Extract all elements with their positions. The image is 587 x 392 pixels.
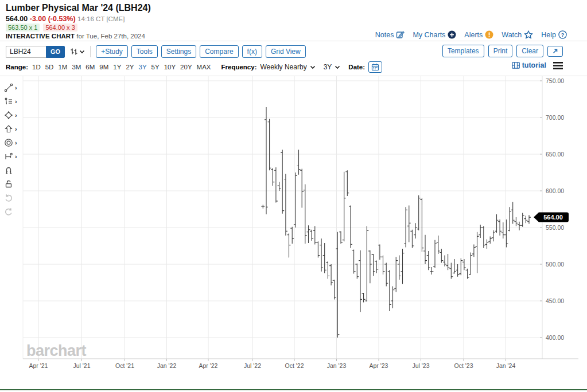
tutorial-link[interactable]: tutorial (512, 61, 546, 69)
bid-ask: 563.50 x 1 564.00 x 3 (6, 23, 77, 32)
ohlc-bars (261, 107, 531, 338)
bid-badge: 563.50 x 1 (6, 23, 40, 32)
arrow-up-icon (4, 124, 13, 134)
chart-type-dropdown[interactable] (69, 47, 85, 56)
ohlc-bar-type-icon (69, 47, 78, 56)
chevron-right-icon: › (15, 152, 17, 161)
notes-link[interactable]: Notes (375, 30, 405, 39)
price-change: -3.00 (-0.53%) (30, 15, 76, 23)
range-1y[interactable]: 1Y (113, 64, 121, 70)
svg-text:400.00: 400.00 (546, 334, 564, 341)
range-6m[interactable]: 6M (85, 64, 95, 70)
range-20y[interactable]: 20Y (180, 64, 192, 70)
undo-tool[interactable] (4, 193, 17, 202)
add-study-button[interactable]: +Study (96, 45, 128, 58)
polygon-shape-icon (4, 111, 13, 120)
chart-date: for Tue, Feb 27th, 2024 (76, 33, 145, 40)
help-question-icon: ? (558, 30, 567, 39)
alerts-link[interactable]: Alerts (464, 30, 493, 39)
tools-button[interactable]: Tools (131, 45, 158, 58)
redo-tool[interactable] (4, 207, 17, 216)
chevron-down-icon (79, 50, 85, 54)
frequency-dropdown[interactable]: Weekly Nearby (261, 63, 316, 71)
watch-link[interactable]: Watch (502, 30, 533, 39)
barchart-watermark: barchart (26, 342, 87, 359)
alerts-warning-icon (485, 30, 493, 39)
annotations-tool[interactable]: › (4, 97, 17, 106)
range-bar: Range: 1D 5D 1M 3M 6M 9M 1Y 2Y 3Y 5Y 10Y… (6, 61, 382, 73)
range-3y-active[interactable]: 3Y (138, 64, 146, 70)
svg-text:Apr '21: Apr '21 (29, 362, 48, 369)
quote-timestamp: 14:16 CT [CME] (77, 15, 125, 22)
expand-chart-button[interactable] (547, 46, 563, 57)
svg-text:Jan '22: Jan '22 (157, 362, 177, 369)
quote-line: 564.00 -3.00 (-0.53%) 14:16 CT [CME] (6, 15, 125, 23)
header-links: Notes My Charts Alerts Watch Help ? (375, 30, 567, 39)
redo-icon (4, 207, 13, 216)
toolbar-separator (90, 46, 91, 57)
date-picker-button[interactable] (368, 61, 382, 73)
svg-text:550.00: 550.00 (546, 224, 564, 231)
range-5y[interactable]: 5Y (151, 64, 160, 70)
header-divider (0, 41, 587, 41)
range-10y[interactable]: 10Y (164, 64, 176, 70)
watch-star-icon (524, 30, 533, 39)
price-chart: barchart750.00700.00650.00600.00550.0050… (0, 76, 587, 370)
last-price: 564.00 (6, 15, 28, 23)
clear-button[interactable]: Clear (516, 45, 543, 57)
svg-text:600.00: 600.00 (546, 187, 564, 194)
page-title: Lumber Physical Mar '24 (LBH24) (6, 3, 151, 13)
range-1d[interactable]: 1D (32, 64, 41, 70)
svg-text:Jul '21: Jul '21 (73, 362, 90, 369)
chevron-right-icon: › (15, 111, 17, 120)
grid-view-button[interactable]: Grid View (266, 45, 306, 58)
lock-drawings-tool[interactable] (4, 179, 17, 189)
y-axis-labels: 750.00700.00650.00600.00550.00500.00450.… (540, 77, 564, 341)
trendline-tool[interactable]: › (4, 83, 17, 92)
last-price-tag: 564.00 (534, 213, 569, 222)
circle-marker-tool[interactable]: › (4, 138, 17, 147)
chevron-down-icon (310, 65, 316, 69)
x-axis-labels: Apr '21Jul '21Oct '21Jan '22Apr '22Jul '… (29, 359, 516, 369)
arrow-marker-tool[interactable]: › (4, 124, 17, 134)
compare-button[interactable]: Compare (200, 45, 238, 58)
svg-text:Apr '23: Apr '23 (370, 362, 388, 369)
magnet-mode-tool[interactable] (4, 166, 17, 175)
chevron-right-icon: › (15, 124, 17, 134)
templates-button[interactable]: Templates (442, 45, 484, 57)
shapes-tool[interactable]: › (4, 111, 17, 120)
chevron-down-icon (335, 65, 340, 69)
range-5d[interactable]: 5D (45, 64, 54, 70)
frequency-label: Frequency: (221, 64, 257, 70)
svg-text:Oct '23: Oct '23 (454, 362, 473, 369)
print-button[interactable]: Print (488, 45, 513, 57)
period-dropdown[interactable]: 3Y (324, 63, 341, 71)
svg-text:650.00: 650.00 (546, 151, 564, 158)
chevron-right-icon: › (15, 83, 17, 92)
page-bottom-divider (0, 389, 587, 390)
symbol-input[interactable] (6, 46, 46, 58)
fx-button[interactable]: f(x) (242, 45, 262, 58)
svg-text:750.00: 750.00 (546, 77, 564, 84)
settings-button[interactable]: Settings (161, 45, 196, 58)
undo-icon (4, 193, 13, 202)
go-button[interactable]: GO (46, 46, 65, 58)
chart-region: barchart750.00700.00650.00600.00550.0050… (0, 76, 587, 369)
help-link[interactable]: Help ? (541, 30, 567, 39)
measure-tool[interactable]: › (4, 152, 17, 161)
menu-hamburger-icon[interactable] (553, 62, 563, 69)
range-1m[interactable]: 1M (58, 64, 67, 70)
notes-icon (396, 30, 405, 39)
range-2y[interactable]: 2Y (126, 64, 134, 70)
svg-text:Oct '22: Oct '22 (285, 362, 304, 369)
interactive-chart-line: INTERACTIVE CHART for Tue, Feb 27th, 202… (6, 33, 145, 40)
calendar-icon (371, 63, 379, 71)
my-charts-link[interactable]: My Charts (413, 30, 456, 39)
range-9m[interactable]: 9M (99, 64, 108, 70)
chart-toolbar-right: Templates Print Clear (438, 45, 563, 57)
chevron-right-icon: › (15, 97, 17, 106)
trendline-icon (4, 83, 13, 92)
svg-text:700.00: 700.00 (546, 114, 564, 121)
range-max[interactable]: MAX (197, 64, 211, 70)
range-3m[interactable]: 3M (72, 64, 81, 70)
